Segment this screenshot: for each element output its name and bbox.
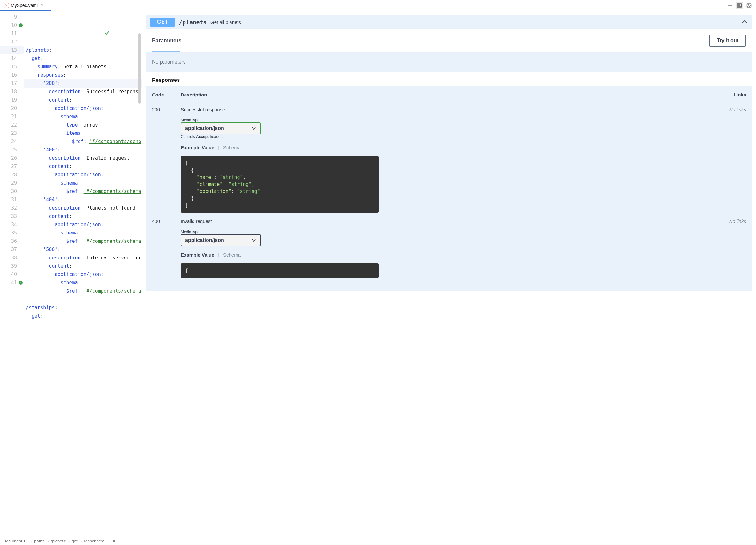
try-it-out-button[interactable]: Try it out: [709, 34, 746, 47]
response-links: No links: [717, 107, 746, 213]
operation-card: GET /planets Get all planets Parameters …: [146, 15, 752, 291]
view-split-icon[interactable]: [736, 2, 743, 9]
no-parameters-text: No parameters: [146, 52, 752, 72]
response-row-200: 200 Successful response Media type appli…: [152, 101, 746, 213]
editor-pane: 910↻111213141516171819202122232425262728…: [0, 11, 142, 545]
preview-pane: GET /planets Get all planets Parameters …: [142, 11, 756, 545]
response-links: No links: [717, 218, 746, 278]
chevron-down-icon: [252, 126, 256, 131]
view-preview-icon[interactable]: [745, 2, 753, 9]
breadcrumb-item[interactable]: get:: [72, 539, 79, 543]
response-code: 200: [152, 107, 181, 213]
breadcrumb-item[interactable]: 200:: [110, 539, 117, 543]
code-area[interactable]: /planets: get: summary: Get all planets …: [24, 11, 142, 537]
svg-rect-7: [740, 4, 741, 7]
tab-active-indicator: [0, 10, 51, 11]
breadcrumb-item[interactable]: responses:: [84, 539, 104, 543]
operation-path: /planets: [179, 19, 207, 26]
chevron-up-icon: [741, 19, 748, 26]
example-code-200: [ { "name": "string", "climate": "string…: [181, 156, 379, 213]
media-type-label: Media type: [181, 230, 379, 234]
chevron-down-icon: [252, 238, 256, 242]
operation-summary: Get all planets: [210, 19, 241, 25]
response-description: Invalid request: [181, 218, 379, 224]
responses-heading: Responses: [152, 77, 746, 83]
response-row-400: 400 Invalid request Media type applicati…: [152, 213, 746, 278]
yaml-file-icon: Y: [4, 3, 9, 8]
http-method-badge: GET: [150, 18, 175, 26]
breadcrumb[interactable]: Document 1/1 › paths: › /planets: › get:…: [0, 537, 142, 545]
tab-bar: Y MySpec.yaml ×: [0, 0, 756, 11]
media-type-label: Media type: [181, 118, 379, 122]
accept-hint: Controls Accept header.: [181, 134, 379, 139]
response-code: 400: [152, 218, 181, 278]
media-type-select[interactable]: application/json: [181, 234, 261, 246]
responses-table-header: Code Description Links: [152, 89, 746, 101]
media-type-select[interactable]: application/json: [181, 122, 261, 134]
example-code-400: {: [181, 263, 379, 278]
example-schema-toggle[interactable]: Example Value | Schema: [181, 145, 379, 150]
response-description: Successful response: [181, 107, 379, 112]
view-list-icon[interactable]: [726, 2, 734, 9]
tab-filename: MySpec.yaml: [11, 3, 38, 8]
breadcrumb-doc: Document 1/1: [3, 539, 29, 543]
operation-header[interactable]: GET /planets Get all planets: [146, 15, 752, 29]
svg-point-9: [748, 4, 749, 5]
line-gutter: 910↻111213141516171819202122232425262728…: [0, 11, 24, 537]
breadcrumb-item[interactable]: /planets:: [51, 539, 66, 543]
breadcrumb-item[interactable]: paths:: [34, 539, 45, 543]
parameters-heading: Parameters: [152, 37, 182, 44]
tab-myspec[interactable]: Y MySpec.yaml ×: [0, 0, 49, 11]
close-icon[interactable]: ×: [40, 3, 45, 8]
example-schema-toggle[interactable]: Example Value | Schema: [181, 252, 379, 257]
checkmark-icon: [104, 13, 139, 52]
scrollbar-thumb[interactable]: [138, 33, 141, 103]
